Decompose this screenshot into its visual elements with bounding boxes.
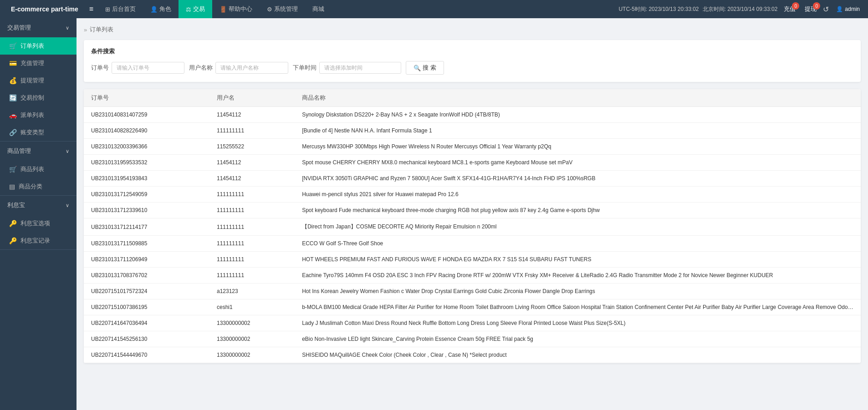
cell-user: 13300000002 xyxy=(209,347,295,363)
cell-product: Spot keyboard Fude mechanical keyboard t… xyxy=(295,202,861,218)
sidebar-item-orders[interactable]: 🛒 订单列表 xyxy=(0,37,77,55)
refresh-icon[interactable]: ↺ xyxy=(823,5,829,14)
cell-order: UB2310140831407259 xyxy=(84,107,209,123)
table-row[interactable]: UB2207151017572324 a123123 Hot Ins Korea… xyxy=(84,283,861,299)
order-label: 订单号 xyxy=(91,64,109,72)
table-row[interactable]: UB2310131954193843 11454112 [NVIDIA RTX … xyxy=(84,171,861,187)
sidebar-item-trade-control[interactable]: 🔄 交易控制 xyxy=(0,89,77,106)
table-row[interactable]: UB2310131712114177 111111111 【Direct fro… xyxy=(84,218,861,236)
table-row[interactable]: UB2310140831407259 11454112 Synology Dis… xyxy=(84,107,861,123)
search-row: 订单号 用户名称 下单时间 🔍 搜 索 xyxy=(91,61,853,75)
table-row[interactable]: UB2310131711206949 111111111 HOT WHEELS … xyxy=(84,252,861,268)
cell-product: ECCO W Golf S-Three Golf Shoe xyxy=(295,236,861,252)
nav-role[interactable]: 👤 角色 xyxy=(143,0,179,18)
sidebar-item-lishabao-records[interactable]: 🔑 利息宝记录 xyxy=(0,232,77,249)
sidebar-item-account-type[interactable]: 🔗 账变类型 xyxy=(0,124,77,141)
product-list-icon: 🛒 xyxy=(9,166,17,173)
nav-shop[interactable]: 商城 xyxy=(305,0,332,18)
nav-system[interactable]: ⚙ 系统管理 xyxy=(260,0,305,18)
cell-user: 115255522 xyxy=(209,139,295,155)
cell-order: UB2310131712549059 xyxy=(84,187,209,202)
table-row[interactable]: UB2310131712549059 111111111 Huawei m-pe… xyxy=(84,187,861,202)
withdraw-button[interactable]: 提现 0 xyxy=(802,5,819,13)
product-category-icon: ▤ xyxy=(9,183,15,190)
cell-user: 111111111 xyxy=(209,187,295,202)
col-order: 订单号 xyxy=(84,89,209,107)
cell-product: eBio Non-Invasive LED light Skincare_Car… xyxy=(295,331,861,347)
table-row[interactable]: UB2207141545256130 13300000002 eBio Non-… xyxy=(84,331,861,347)
search-panel: 条件搜索 订单号 用户名称 下单时间 🔍 搜 索 xyxy=(84,40,861,82)
role-icon: 👤 xyxy=(150,6,158,13)
sidebar-item-withdraw[interactable]: 💰 提现管理 xyxy=(0,72,77,89)
nav-home[interactable]: ⊞ 后台首页 xyxy=(98,0,143,18)
sidebar-item-lishabao-options[interactable]: 🔑 利息宝选项 xyxy=(0,215,77,232)
order-input[interactable] xyxy=(112,62,184,74)
time-label: 下单时间 xyxy=(293,64,317,72)
table-row[interactable]: UB2310131711509885 111111111 ECCO W Golf… xyxy=(84,236,861,252)
nav-help[interactable]: 🚪 帮助中心 xyxy=(212,0,260,18)
cell-user: ceshi1 xyxy=(209,299,295,315)
user-label: 用户名称 xyxy=(189,64,213,72)
cell-order: UB2207151007386195 xyxy=(84,299,209,315)
cell-order: UB2207141647036494 xyxy=(84,315,209,331)
utc-time: UTC-5时间: 2023/10/13 20:33:02 xyxy=(618,5,699,13)
layout: 交易管理 ∨ 🛒 订单列表 💳 充值管理 💰 提现管理 🔄 交易控制 🚗 xyxy=(0,18,868,410)
sidebar-section-header-transaction[interactable]: 交易管理 ∨ xyxy=(0,18,77,37)
topbar: E-commerce part-time ≡ ⊞ 后台首页 👤 角色 ⚖ 交易 … xyxy=(0,0,868,18)
main-content: » 订单列表 条件搜索 订单号 用户名称 下单时间 🔍 xyxy=(77,18,868,410)
table-row[interactable]: UB2207151007386195 ceshi1 b-MOLA BM100 M… xyxy=(84,299,861,315)
help-icon: 🚪 xyxy=(220,6,227,13)
charge-button[interactable]: 充值 0 xyxy=(781,5,798,13)
cell-order: UB2310131708376702 xyxy=(84,268,209,283)
table-row[interactable]: UB2310131708376702 111111111 Eachine Tyr… xyxy=(84,268,861,283)
withdraw-icon: 💰 xyxy=(9,77,17,84)
cell-product: [Bundle of 4] Nestle NAN H.A. Infant For… xyxy=(295,123,861,139)
cell-order: UB2310131711206949 xyxy=(84,252,209,268)
user-input[interactable] xyxy=(215,62,288,74)
sidebar-item-dispatch[interactable]: 🚗 派单列表 xyxy=(0,106,77,124)
cell-user: 13300000002 xyxy=(209,315,295,331)
cell-user: 11454112 xyxy=(209,171,295,187)
sidebar-section-header-lishabao[interactable]: 利息宝 ∨ xyxy=(0,196,77,215)
table-row[interactable]: UB2207141544449670 13300000002 SHISEIDO … xyxy=(84,347,861,363)
nav-transaction[interactable]: ⚖ 交易 xyxy=(179,0,212,18)
system-icon: ⚙ xyxy=(267,6,272,13)
table-row[interactable]: UB2310140828226490 111111111 [Bundle of … xyxy=(84,123,861,139)
search-button[interactable]: 🔍 搜 索 xyxy=(406,61,444,75)
cell-product: HOT WHEELS PREMIUM FAST AND FURIOUS WAVE… xyxy=(295,252,861,268)
sidebar-item-recharge[interactable]: 💳 充值管理 xyxy=(0,55,77,72)
cell-product: Mercusys MW330HP 300Mbps High Power Wire… xyxy=(295,139,861,155)
cell-user: a123123 xyxy=(209,283,295,299)
cell-product: Lady J Muslimah Cotton Maxi Dress Round … xyxy=(295,315,861,331)
cell-order: UB2207151017572324 xyxy=(84,283,209,299)
cell-order: UB2310131954193843 xyxy=(84,171,209,187)
admin-menu[interactable]: 👤 admin xyxy=(832,6,863,12)
cell-order: UB2207141545256130 xyxy=(84,331,209,347)
menu-icon[interactable]: ≡ xyxy=(85,5,98,13)
cell-product: [NVIDIA RTX 3050Ti GRAPHIC and Ryzen 7 5… xyxy=(295,171,861,187)
cell-order: UB2310131711509885 xyxy=(84,236,209,252)
lishabao-records-icon: 🔑 xyxy=(9,237,17,244)
cell-product: 【Direct from Japan】COSME DECORTE AQ Miri… xyxy=(295,218,861,236)
sidebar-item-product-category[interactable]: ▤ 商品分类 xyxy=(0,178,77,195)
cell-user: 11454112 xyxy=(209,107,295,123)
beijing-time: 北京时间: 2023/10/14 09:33:02 xyxy=(703,5,778,13)
table-row[interactable]: UB2310131712339610 111111111 Spot keyboa… xyxy=(84,202,861,218)
sidebar-section-products: 商品管理 ∨ 🛒 商品列表 ▤ 商品分类 xyxy=(0,142,77,196)
table-header-row: 订单号 用户名 商品名称 xyxy=(84,89,861,107)
breadcrumb-title: 订单列表 xyxy=(90,25,113,34)
breadcrumb: » 订单列表 xyxy=(84,25,861,34)
sidebar-section-lishabao: 利息宝 ∨ 🔑 利息宝选项 🔑 利息宝记录 xyxy=(0,196,77,250)
sidebar-item-product-list[interactable]: 🛒 商品列表 xyxy=(0,161,77,178)
topbar-right: UTC-5时间: 2023/10/13 20:33:02 北京时间: 2023/… xyxy=(618,5,863,14)
cell-order: UB2310131712339610 xyxy=(84,202,209,218)
time-input[interactable] xyxy=(319,62,401,74)
orders-table-container: 订单号 用户名 商品名称 UB2310140831407259 11454112… xyxy=(84,89,861,363)
admin-icon: 👤 xyxy=(836,6,843,12)
table-row[interactable]: UB2207141647036494 13300000002 Lady J Mu… xyxy=(84,315,861,331)
table-row[interactable]: UB2310132003396366 115255522 Mercusys MW… xyxy=(84,139,861,155)
cell-user: 111111111 xyxy=(209,123,295,139)
recharge-icon: 💳 xyxy=(9,60,17,67)
sidebar-section-header-products[interactable]: 商品管理 ∨ xyxy=(0,142,77,161)
table-row[interactable]: UB2310131959533532 11454112 Spot mouse C… xyxy=(84,155,861,171)
